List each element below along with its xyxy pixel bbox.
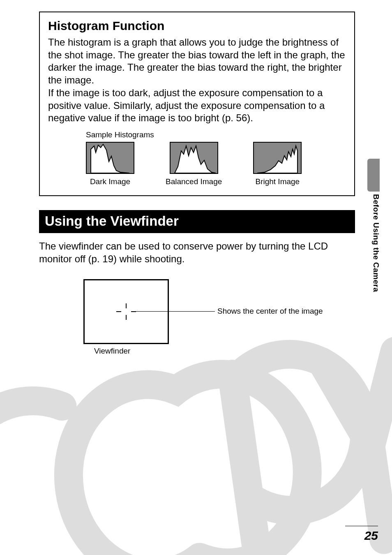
histogram-bright-icon [253,142,302,174]
using-viewfinder-heading: Using the Viewfinder [39,210,355,233]
viewfinder-caption: Viewfinder [94,347,130,356]
page-number-block: 25 [345,526,378,543]
side-tab [367,159,380,192]
histogram-dark-icon [86,142,134,174]
histogram-dark: Dark Image [86,142,134,186]
histogram-bright-caption: Bright Image [253,177,302,186]
viewfinder-figure: Shows the center of the image Viewfinder [83,279,355,361]
page-number-rule [345,526,378,526]
histogram-bright: Bright Image [253,142,302,186]
histogram-balanced: Balanced Image [166,142,222,186]
sample-histograms-label: Sample Histograms [86,130,346,139]
viewfinder-frame [83,279,169,344]
histogram-function-title: Histogram Function [48,19,346,33]
histogram-function-box: Histogram Function The histogram is a gr… [39,12,355,196]
histogram-paragraph-2: If the image is too dark, adjust the exp… [48,87,346,125]
viewfinder-center-label: Shows the center of the image [217,307,323,316]
side-section-label: Before Using the Camera [371,194,380,292]
viewfinder-center-marks [119,303,134,320]
histogram-dark-caption: Dark Image [86,177,134,186]
histogram-row: Dark Image Balanced Image Bright Image [86,142,346,186]
histogram-balanced-caption: Balanced Image [166,177,222,186]
page-number: 25 [345,529,378,543]
histogram-balanced-icon [170,142,218,174]
using-viewfinder-body: The viewfinder can be used to conserve p… [39,240,355,265]
callout-leader-line [133,311,215,312]
histogram-paragraph-1: The histogram is a graph that allows you… [48,36,346,87]
